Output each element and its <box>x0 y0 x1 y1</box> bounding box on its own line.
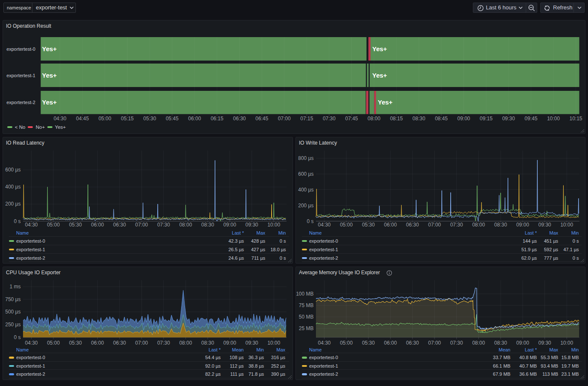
svg-text:06:30: 06:30 <box>233 116 246 122</box>
svg-text:Yes+: Yes+ <box>372 72 387 79</box>
svg-text:09:45: 09:45 <box>524 116 537 122</box>
svg-text:exportertest-0: exportertest-0 <box>6 46 35 52</box>
svg-text:07:15: 07:15 <box>300 116 313 122</box>
svg-text:10:00: 10:00 <box>547 116 560 122</box>
svg-text:09:00: 09:00 <box>457 116 470 122</box>
svg-text:10:15: 10:15 <box>569 116 582 122</box>
svg-text:05:00: 05:00 <box>98 116 111 122</box>
svg-text:06:45: 06:45 <box>255 116 268 122</box>
svg-text:09:15: 09:15 <box>480 116 492 122</box>
svg-text:04:45: 04:45 <box>76 116 89 122</box>
svg-text:09:30: 09:30 <box>502 116 515 122</box>
svg-text:05:15: 05:15 <box>121 116 133 122</box>
svg-text:08:30: 08:30 <box>412 116 425 122</box>
svg-text:04:30: 04:30 <box>54 116 67 122</box>
svg-text:06:00: 06:00 <box>188 116 201 122</box>
svg-text:exportertest-2: exportertest-2 <box>6 100 35 105</box>
svg-text:07:45: 07:45 <box>345 116 358 122</box>
svg-text:07:30: 07:30 <box>323 116 336 122</box>
svg-text:07:00: 07:00 <box>278 116 291 122</box>
svg-text:06:15: 06:15 <box>211 116 223 122</box>
svg-text:Yes+: Yes+ <box>42 45 57 52</box>
svg-text:Yes+: Yes+ <box>42 72 57 79</box>
svg-text:08:00: 08:00 <box>368 116 380 122</box>
svg-text:Yes+: Yes+ <box>372 45 387 52</box>
svg-text:08:15: 08:15 <box>390 116 403 122</box>
svg-text:08:45: 08:45 <box>435 116 448 122</box>
svg-text:Yes+: Yes+ <box>42 99 57 106</box>
svg-text:05:45: 05:45 <box>166 116 179 122</box>
svg-text:exportertest-1: exportertest-1 <box>6 73 35 78</box>
svg-text:Yes+: Yes+ <box>378 99 393 106</box>
svg-text:05:30: 05:30 <box>143 116 156 122</box>
